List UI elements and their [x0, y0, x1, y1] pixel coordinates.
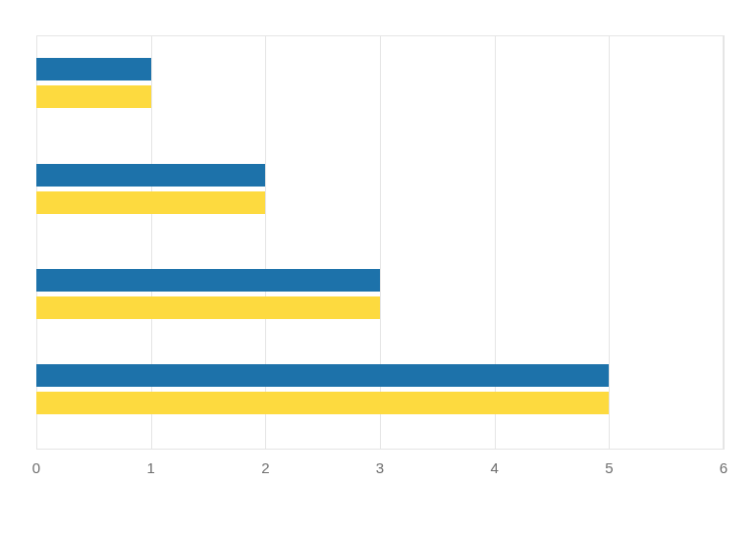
x-tick-label: 5 [605, 459, 613, 476]
x-gridline [151, 35, 152, 450]
bar-series-1 [36, 392, 609, 414]
x-gridline [609, 35, 610, 450]
x-tick-label: 6 [720, 459, 728, 476]
bar-series-0 [36, 58, 151, 80]
horizontal-bar-chart: 0123456 [0, 0, 756, 536]
bar-series-1 [36, 191, 265, 214]
bar-series-0 [36, 364, 609, 387]
x-gridline [265, 35, 266, 450]
x-tick-label: 4 [490, 459, 498, 476]
bar-series-1 [36, 296, 380, 319]
x-gridline [380, 35, 381, 450]
x-tick-label: 2 [261, 459, 269, 476]
bar-series-0 [36, 164, 265, 187]
x-tick-label: 1 [146, 459, 154, 476]
bar-series-0 [36, 269, 380, 292]
x-gridline [495, 35, 496, 450]
x-gridline [724, 35, 725, 450]
x-tick-label: 0 [32, 459, 40, 476]
plot-area: 0123456 [36, 35, 724, 450]
x-tick-label: 3 [376, 459, 384, 476]
bar-series-1 [36, 85, 151, 108]
